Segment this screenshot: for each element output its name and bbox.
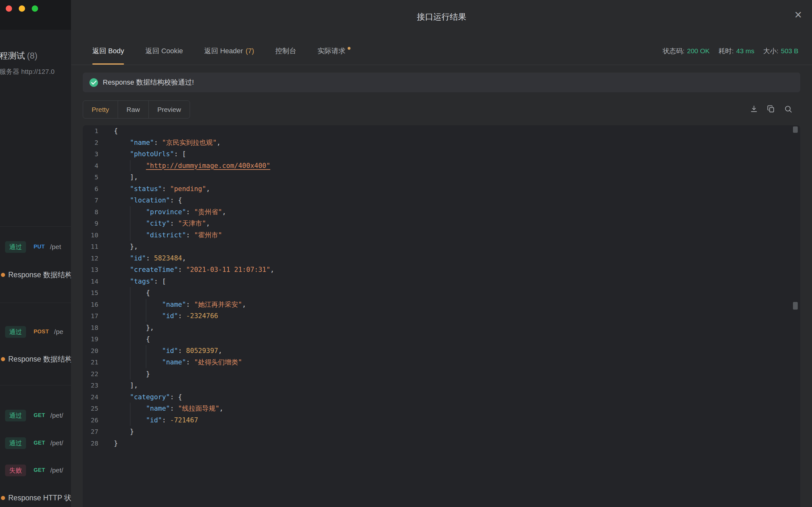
- json-number: 5823484: [154, 255, 182, 262]
- indent-guide: [114, 403, 130, 414]
- traffic-lights: [6, 5, 38, 12]
- scrollbar-thumb[interactable]: [793, 126, 798, 133]
- tab-header[interactable]: 返回 Header(7): [204, 37, 254, 65]
- code-line: 19 {: [83, 333, 800, 345]
- indent-guide: [114, 333, 130, 345]
- line-number: 5: [83, 171, 98, 183]
- tab-console[interactable]: 控制台: [275, 37, 296, 65]
- sidebar-test-get-pet-2[interactable]: 通过GET/pet/: [0, 433, 71, 453]
- json-punct: :: [186, 358, 194, 366]
- code-line: 2 "name": "京民实到拉也观",: [83, 137, 800, 149]
- sidebar-test-get-pet-1[interactable]: 通过GET/pet/: [0, 405, 71, 426]
- code-line: 23 ],: [83, 380, 800, 391]
- status-status-code: 状态码:200 OK: [663, 47, 710, 55]
- line-content: "district": "霍州市": [98, 229, 222, 241]
- line-content: }: [98, 426, 134, 438]
- status-value: 200 OK: [687, 47, 710, 55]
- modal-title: 接口运行结果: [71, 11, 812, 22]
- sidebar-test-put-pet[interactable]: 通过PUT/pet: [0, 237, 71, 257]
- line-content: {: [98, 125, 118, 137]
- download-icon[interactable]: [750, 105, 758, 113]
- code-line: 25 "name": "线拉面导规",: [83, 403, 800, 414]
- window-titlebar: [0, 0, 71, 30]
- json-string: "2021-03-11 21:07:31": [186, 266, 270, 274]
- line-content: },: [98, 241, 138, 252]
- response-body-editor[interactable]: 1{2 "name": "京民实到拉也观",3 "photoUrls": [4 …: [83, 125, 800, 507]
- line-content: "name": "处得头们增类": [98, 356, 242, 368]
- indent-guide: [114, 414, 130, 426]
- indent-guide: [130, 333, 146, 345]
- line-number: 23: [83, 380, 98, 391]
- sidebar: 程测试(8) 服务器 http://127.0 通过PUT/petRespons…: [0, 0, 71, 507]
- indent-guide: [114, 148, 130, 160]
- line-content: },: [98, 322, 154, 334]
- minimize-traffic-light[interactable]: [19, 5, 25, 12]
- json-punct: ,: [219, 405, 223, 412]
- line-content: }: [98, 368, 150, 380]
- line-number: 28: [83, 438, 98, 449]
- json-key: "photoUrls": [130, 150, 174, 158]
- close-icon[interactable]: ×: [795, 8, 802, 21]
- line-number: 2: [83, 137, 98, 149]
- scrollbar-marker[interactable]: [793, 302, 798, 309]
- json-string: "霍州市": [194, 231, 222, 239]
- json-punct: ,: [270, 266, 274, 274]
- indent-guide: [114, 299, 130, 311]
- json-punct: :: [186, 231, 194, 239]
- sidebar-divider: [0, 302, 71, 303]
- json-punct: ,: [182, 255, 186, 262]
- json-punct: ],: [130, 173, 138, 181]
- indent-guide: [130, 356, 146, 368]
- request-path: /pet/: [50, 412, 63, 419]
- tab-cookie[interactable]: 返回 Cookie: [145, 37, 183, 65]
- code-line: 1{: [83, 125, 800, 137]
- line-content: }: [98, 438, 118, 449]
- json-number: -2324766: [186, 312, 218, 320]
- line-content: "createTime": "2021-03-11 21:07:31",: [98, 264, 274, 276]
- raw-button[interactable]: Raw: [118, 101, 148, 118]
- status-label: 耗时:: [718, 47, 734, 55]
- tab-request[interactable]: 实际请求: [317, 37, 351, 65]
- result-badge: 通过: [5, 241, 26, 253]
- sidebar-test-post-pet[interactable]: 通过POST/pe: [0, 322, 71, 342]
- code-line: 3 "photoUrls": [: [83, 148, 800, 160]
- json-key: "name": [162, 301, 186, 308]
- line-number: 9: [83, 218, 98, 229]
- indent-guide: [130, 403, 146, 414]
- json-key: "location": [130, 196, 170, 204]
- zoom-traffic-light[interactable]: [32, 5, 38, 12]
- line-number: 16: [83, 299, 98, 311]
- http-method: GET: [34, 412, 45, 418]
- indent-guide: [146, 345, 162, 357]
- close-traffic-light[interactable]: [6, 5, 12, 12]
- code-line: 16 "name": "她江再并采安",: [83, 299, 800, 311]
- line-number: 13: [83, 264, 98, 276]
- code-line: 10 "district": "霍州市": [83, 229, 800, 241]
- json-string: "贵州省": [194, 208, 222, 216]
- indent-guide: [130, 368, 146, 380]
- sidebar-note-response-schema-1[interactable]: Response 数据结构: [0, 265, 71, 285]
- http-method: PUT: [34, 244, 45, 250]
- sidebar-test-get-pet-3[interactable]: 失败GET/pet/: [0, 460, 71, 481]
- json-punct: :: [162, 416, 170, 424]
- indent-guide: [146, 310, 162, 322]
- pretty-button[interactable]: Pretty: [83, 101, 118, 118]
- tab-body[interactable]: 返回 Body: [92, 37, 124, 65]
- json-string: "京民实到拉也观": [162, 139, 217, 147]
- sidebar-note-response-schema-2[interactable]: Response 数据结构: [0, 349, 71, 369]
- tab-label: 返回 Cookie: [145, 46, 183, 56]
- indent-guide: [130, 345, 146, 357]
- json-punct: : {: [170, 393, 182, 401]
- indent-guide: [130, 160, 146, 172]
- json-punct: }: [114, 440, 118, 447]
- json-key: "district": [146, 231, 186, 239]
- copy-icon[interactable]: [767, 105, 775, 113]
- json-key: "city": [146, 220, 170, 227]
- sidebar-note-response-http[interactable]: Response HTTP 状: [0, 488, 71, 507]
- json-link[interactable]: "http://dummyimage.com/400x400": [146, 162, 270, 170]
- preview-button[interactable]: Preview: [148, 101, 190, 118]
- code-line: 9 "city": "天津市",: [83, 218, 800, 229]
- status-label: 大小:: [763, 47, 778, 55]
- indent-guide: [114, 229, 130, 241]
- search-icon[interactable]: [784, 105, 793, 113]
